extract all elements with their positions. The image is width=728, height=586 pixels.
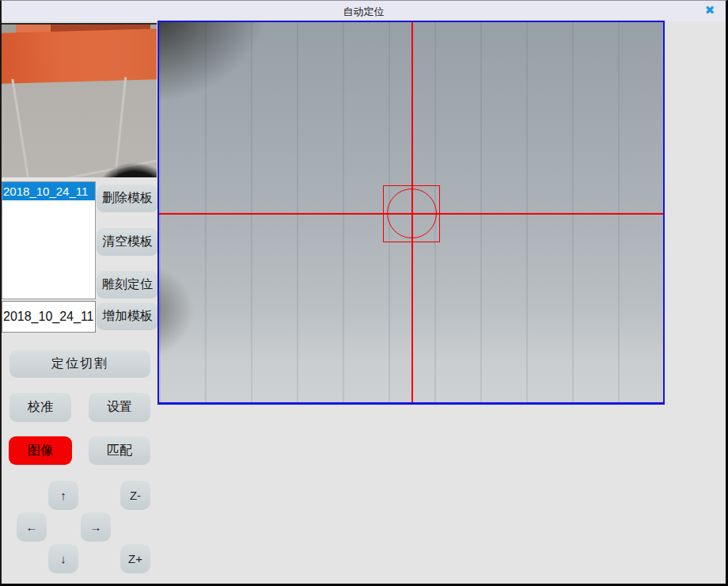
add-template-button[interactable]: 增加模板 (97, 303, 158, 330)
auto-position-window: 自动定位 ✖ 2018_10_24_11 删除模板 清空模板 雕刻定位 增加模板… (0, 0, 728, 586)
image-button[interactable]: 图像 (9, 436, 72, 465)
settings-button[interactable]: 设置 (89, 393, 150, 422)
jog-right-button[interactable]: → (81, 512, 111, 542)
window-title: 自动定位 (2, 5, 726, 19)
calibrate-button[interactable]: 校准 (9, 393, 71, 422)
engrave-position-button[interactable]: 雕刻定位 (97, 271, 158, 299)
close-icon[interactable]: ✖ (703, 3, 717, 17)
delete-template-button[interactable]: 删除模板 (97, 185, 158, 212)
jog-z-minus-button[interactable]: Z- (120, 481, 150, 510)
jog-up-button[interactable]: ↑ (48, 481, 78, 510)
jog-left-button[interactable]: ← (17, 512, 47, 542)
match-button[interactable]: 匹配 (89, 436, 150, 465)
template-name-input[interactable] (2, 301, 96, 333)
thumbnail-dark-object (2, 25, 157, 177)
clear-templates-button[interactable]: 清空模板 (97, 228, 158, 256)
camera-view[interactable] (157, 21, 665, 405)
template-list[interactable]: 2018_10_24_11 (2, 181, 96, 299)
jog-z-plus-button[interactable]: Z+ (120, 544, 150, 573)
titlebar: 自动定位 ✖ (2, 1, 726, 21)
template-thumbnail (2, 23, 157, 177)
jog-down-button[interactable]: ↓ (48, 544, 78, 573)
list-item[interactable]: 2018_10_24_11 (2, 182, 95, 200)
roi-circle (387, 188, 437, 238)
position-cut-button[interactable]: 定位切割 (9, 350, 150, 378)
